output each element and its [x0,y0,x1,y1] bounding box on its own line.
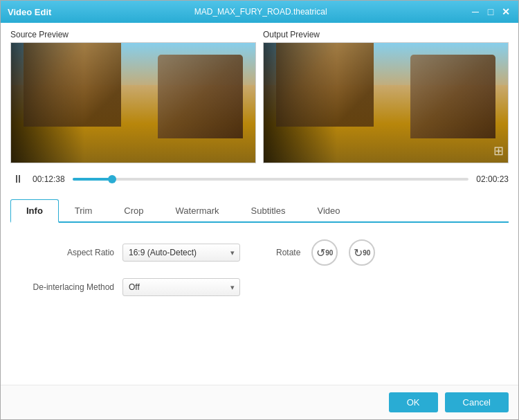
pause-button[interactable]: ⏸ [10,172,26,187]
file-title: MAD_MAX_FURY_ROAD.theatrical [51,7,470,17]
subtitle-icon: ⊞ [493,143,504,158]
cancel-button[interactable]: Cancel [445,392,509,412]
source-preview-image [10,42,256,163]
ok-button[interactable]: OK [389,392,438,412]
rotate-ccw-button[interactable]: ↺90 [311,239,338,266]
close-button[interactable]: ✕ [500,6,511,17]
total-time: 02:00:23 [475,174,509,184]
scrubber-fill [73,178,112,181]
main-content: Source Preview Output Preview [1,23,518,385]
bottom-bar: OK Cancel [1,385,518,419]
source-preview-block: Source Preview [10,30,256,163]
rotate-label: Rotate [276,248,300,257]
window-controls: ─ □ ✕ [470,6,511,17]
aspect-ratio-select-wrapper: 16:9 (Auto-Detect) 4:3 1:1 16:9 21:9 [122,244,240,262]
output-preview-label: Output Preview [263,30,509,39]
deinterlace-select[interactable]: Off Yadif MCDEINT KERNELDEINT [122,278,240,296]
scrubber-thumb[interactable] [108,175,116,183]
minimize-button[interactable]: ─ [470,6,481,17]
output-preview-image: ⊞ [263,42,509,163]
deinterlace-label: De-interlacing Method [17,282,114,292]
info-tab-content: Aspect Ratio 16:9 (Auto-Detect) 4:3 1:1 … [10,228,509,378]
source-preview-label: Source Preview [10,30,256,39]
deinterlace-select-wrapper: Off Yadif MCDEINT KERNELDEINT [122,278,240,296]
aspect-ratio-row: Aspect Ratio 16:9 (Auto-Detect) 4:3 1:1 … [17,239,502,266]
tab-bar: Info Trim Crop Watermark Subtitles Video [10,198,509,223]
output-preview-block: Output Preview ⊞ [263,30,509,163]
current-time: 00:12:38 [33,174,66,184]
aspect-ratio-select[interactable]: 16:9 (Auto-Detect) 4:3 1:1 16:9 21:9 [122,244,240,262]
titlebar: Video Edit MAD_MAX_FURY_ROAD.theatrical … [1,1,518,23]
maximize-button[interactable]: □ [485,6,496,17]
playback-controls: ⏸ 00:12:38 02:00:23 [10,169,509,190]
video-edit-window: Video Edit MAD_MAX_FURY_ROAD.theatrical … [0,0,519,420]
preview-area: Source Preview Output Preview [10,30,509,163]
app-name: Video Edit [8,7,51,17]
tab-crop[interactable]: Crop [108,199,159,223]
rotate-cw-button[interactable]: ↻90 [349,239,375,266]
scrubber-track[interactable] [73,178,468,181]
deinterlace-row: De-interlacing Method Off Yadif MCDEINT … [17,278,502,296]
tab-watermark[interactable]: Watermark [160,199,235,223]
tab-video[interactable]: Video [301,199,356,223]
tab-subtitles[interactable]: Subtitles [235,199,302,223]
tab-info[interactable]: Info [10,199,59,223]
rotate-group: Rotate ↺90 ↻90 [276,239,375,266]
tab-trim[interactable]: Trim [59,199,109,223]
aspect-ratio-label: Aspect Ratio [17,248,114,257]
